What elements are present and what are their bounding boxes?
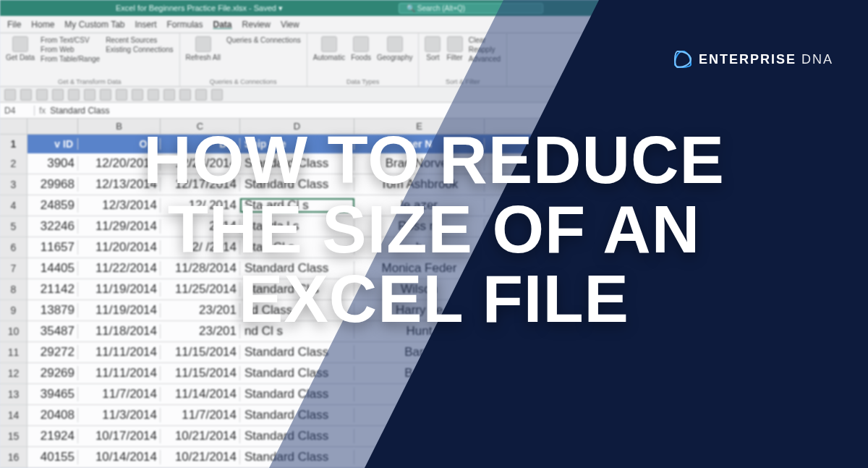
qat-icon[interactable] [68,89,80,101]
geography-icon [387,36,403,52]
cell[interactable]: 10/17/2014 [78,429,161,443]
cell[interactable]: 11/15/2014 [161,345,240,359]
cell[interactable]: 20408 [27,408,78,422]
automatic-icon [321,36,337,52]
qat-icon[interactable] [148,89,159,101]
row-number[interactable]: 13 [0,384,27,404]
sort-icon [425,36,441,52]
queries-connections[interactable]: Queries & Connections [226,36,301,45]
dt-automatic[interactable]: Automatic [313,36,345,61]
tab-formulas[interactable]: Formulas [167,20,203,30]
sort-label: Sort [426,54,439,61]
tab-home[interactable]: Home [31,20,54,30]
qat-icon[interactable] [4,89,16,101]
brand-logo: ENTERPRISE DNA [674,51,833,68]
tab-file[interactable]: File [7,20,21,30]
dt-foods[interactable]: Foods [351,36,371,61]
thumbnail-canvas: Excel for Beginners Practice File.xlsx -… [0,0,868,468]
get-data-button[interactable]: Get Data [6,36,35,61]
cell[interactable]: 40155 [27,450,78,464]
cell[interactable]: 29269 [27,366,78,380]
qat-icon[interactable] [195,89,207,101]
refresh-icon [195,36,211,52]
qat-icon[interactable] [163,89,175,101]
qat-icon[interactable] [52,89,64,101]
qat-icon[interactable] [179,89,191,101]
sort-button[interactable]: Sort [425,36,441,61]
from-table-range[interactable]: From Table/Range [41,55,100,64]
filter-label: Filter [446,54,462,61]
row-number[interactable]: 15 [0,426,27,446]
tab-custom[interactable]: My Custom Tab [64,20,124,30]
cell[interactable]: 21924 [27,429,78,443]
recent-sources[interactable]: Recent Sources [106,36,173,45]
qat-icon[interactable] [100,89,111,101]
dt-geography[interactable]: Geography [377,36,412,61]
get-data-icon [12,36,28,52]
refresh-all-button[interactable]: Refresh All [186,36,221,61]
headline-text: HOW TO REDUCE THE SIZE OF AN EXCEL FILE [0,123,868,336]
dt-automatic-label: Automatic [313,54,345,61]
cell[interactable]: 11/15/2014 [161,366,240,380]
tab-view[interactable]: View [281,20,299,30]
formula-input[interactable]: Standard Class [50,106,109,116]
dt-foods-label: Foods [351,54,371,61]
tab-insert[interactable]: Insert [135,20,157,30]
ribbon-group-datatypes: Automatic Foods Geography Data Types [307,33,420,86]
filter-icon [447,36,463,52]
ribbon-group-getdata: Get Data From Text/CSV From Web From Tab… [0,33,180,86]
brand-light: DNA [801,52,833,67]
cell[interactable]: 29272 [27,345,78,359]
ribbon-group-caption: Data Types [313,78,413,85]
foods-icon [353,36,369,52]
row-number[interactable]: 14 [0,405,27,425]
cell[interactable]: 10/21/2014 [161,450,240,464]
fx-icon[interactable]: fx [35,106,50,116]
brand-strong: ENTERPRISE [699,52,796,67]
qat-icon[interactable] [36,89,48,101]
row-number[interactable]: 16 [0,447,27,467]
ribbon-group-caption: Get & Transform Data [6,78,174,85]
headline-line-3: EXCEL FILE [0,266,868,331]
cell[interactable]: 39465 [27,387,78,401]
qat-icon[interactable] [20,89,32,101]
cell[interactable]: 11/7/2014 [161,408,240,422]
refresh-all-label: Refresh All [186,54,221,61]
row-number[interactable]: 12 [0,363,27,383]
name-box[interactable]: D4 [0,106,35,116]
cell[interactable]: 11/11/2014 [78,366,161,380]
existing-connections[interactable]: Existing Connections [106,46,173,54]
headline-line-1: HOW TO REDUCE [0,127,868,192]
window-title: Excel for Beginners Practice File.xlsx -… [116,4,283,13]
headline-line-2: THE SIZE OF AN [0,197,868,262]
cell[interactable]: 10/21/2014 [161,429,240,443]
filter-button[interactable]: Filter [446,36,462,61]
tab-review[interactable]: Review [242,20,271,30]
dt-geography-label: Geography [377,54,412,61]
get-data-label: Get Data [6,54,35,61]
cell[interactable]: 11/11/2014 [78,345,161,359]
dna-icon [674,51,692,68]
qat-icon[interactable] [116,89,127,101]
cell[interactable]: 11/3/2014 [78,408,161,422]
qat-icon[interactable] [132,89,143,101]
cell[interactable]: 11/14/2014 [161,387,240,401]
ribbon-group-caption: Queries & Connections [186,78,301,85]
cell[interactable]: 11/7/2014 [78,387,161,401]
qat-icon[interactable] [84,89,95,101]
cell[interactable]: 10/14/2014 [78,450,161,464]
tab-data[interactable]: Data [213,20,232,30]
from-web[interactable]: From Web [41,46,100,54]
row-number[interactable]: 11 [0,342,27,362]
from-text-csv[interactable]: From Text/CSV [41,36,100,45]
ribbon-group-queries: Refresh All Queries & Connections Querie… [180,33,307,86]
qat-icon[interactable] [211,89,223,101]
